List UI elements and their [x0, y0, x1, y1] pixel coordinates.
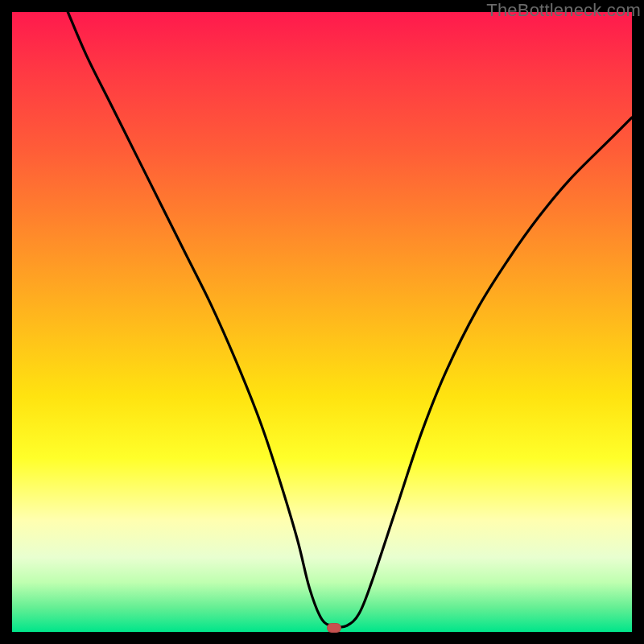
bottleneck-curve — [12, 12, 632, 632]
plot-area — [12, 12, 632, 632]
chart-frame: TheBottleneck.com — [0, 0, 644, 644]
watermark-text: TheBottleneck.com — [486, 0, 641, 21]
optimal-marker — [327, 623, 341, 633]
